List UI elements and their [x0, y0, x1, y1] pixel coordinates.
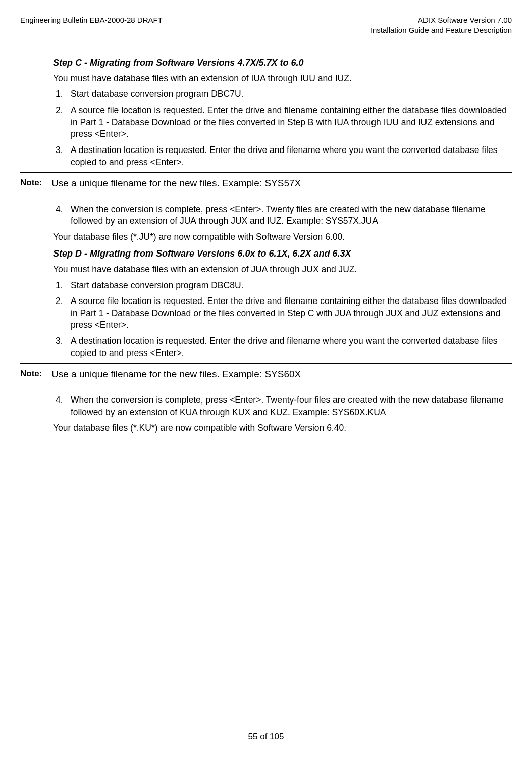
list-text: When the conversion is complete, press <… — [71, 394, 509, 418]
list-text: Start database conversion program DBC7U. — [71, 88, 509, 100]
header-right: ADIX Software Version 7.00 Installation … — [370, 15, 512, 36]
list-number: 2. — [53, 105, 71, 140]
page-header: Engineering Bulletin EBA-2000-28 DRAFT A… — [20, 15, 512, 36]
list-number: 3. — [53, 144, 71, 168]
step-c-note: Note: Use a unique filename for the new … — [20, 172, 512, 194]
list-number: 3. — [53, 335, 71, 359]
list-number: 1. — [53, 280, 71, 292]
note-text: Use a unique filename for the new files.… — [51, 177, 512, 190]
list-text: A destination location is requested. Ent… — [71, 335, 509, 359]
step-d-outro: Your database files (*.KU*) are now comp… — [53, 422, 509, 434]
list-number: 4. — [53, 204, 71, 227]
step-d-heading: Step D - Migrating from Software Version… — [53, 247, 509, 260]
header-right-line1: ADIX Software Version 7.00 — [370, 15, 512, 25]
list-item: 2.A source file location is requested. E… — [53, 105, 509, 140]
step-c-heading: Step C - Migrating from Software Version… — [53, 57, 509, 69]
list-number: 4. — [53, 394, 71, 418]
list-item: 2.A source file location is requested. E… — [53, 295, 509, 331]
list-text: A destination location is requested. Ent… — [71, 144, 509, 168]
page-footer: 55 of 105 — [0, 731, 532, 743]
step-d-intro: You must have database files with an ext… — [53, 264, 509, 276]
header-right-line2: Installation Guide and Feature Descripti… — [370, 25, 512, 35]
note-label: Note: — [20, 177, 51, 190]
list-item: 3.A destination location is requested. E… — [53, 144, 509, 168]
step-c-list-1: 1.Start database conversion program DBC7… — [53, 88, 509, 168]
header-left: Engineering Bulletin EBA-2000-28 DRAFT — [20, 15, 163, 25]
step-d-list-2: 4.When the conversion is complete, press… — [53, 394, 509, 418]
note-label: Note: — [20, 368, 51, 381]
list-text: A source file location is requested. Ent… — [71, 105, 509, 140]
note-text: Use a unique filename for the new files.… — [51, 368, 512, 381]
list-number: 2. — [53, 295, 71, 331]
content-area: Step C - Migrating from Software Version… — [20, 57, 512, 434]
list-number: 1. — [53, 88, 71, 100]
list-item: 4.When the conversion is complete, press… — [53, 394, 509, 418]
list-text: Start database conversion program DBC8U. — [71, 280, 509, 292]
step-c-intro: You must have database files with an ext… — [53, 73, 509, 85]
step-d-note: Note: Use a unique filename for the new … — [20, 363, 512, 385]
list-item: 3.A destination location is requested. E… — [53, 335, 509, 359]
list-item: 4.When the conversion is complete, press… — [53, 204, 509, 227]
step-c-list-2: 4.When the conversion is complete, press… — [53, 204, 509, 227]
list-item: 1.Start database conversion program DBC7… — [53, 88, 509, 100]
list-item: 1.Start database conversion program DBC8… — [53, 280, 509, 292]
step-c-outro: Your database files (*.JU*) are now comp… — [53, 231, 509, 243]
list-text: A source file location is requested. Ent… — [71, 295, 509, 331]
step-d-list-1: 1.Start database conversion program DBC8… — [53, 280, 509, 360]
list-text: When the conversion is complete, press <… — [71, 204, 509, 227]
header-divider — [20, 41, 512, 41]
